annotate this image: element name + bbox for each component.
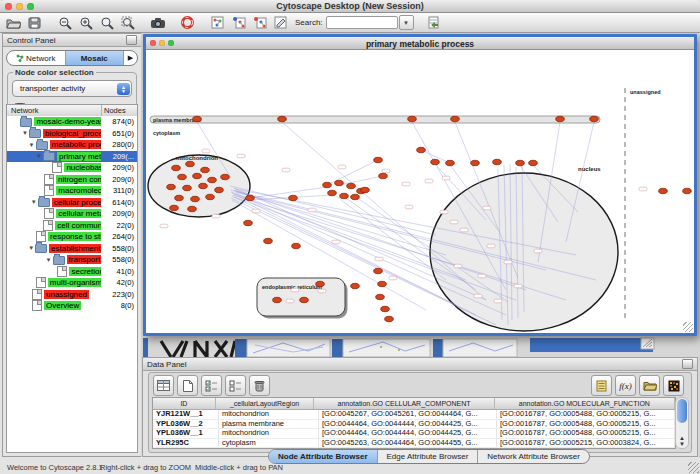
graph-node[interactable] [493, 159, 502, 164]
column-header[interactable]: _cellularLayoutRegion [216, 398, 315, 409]
network-window-titlebar[interactable]: primary metabolic process [146, 37, 694, 50]
tab-node-attribute-browser[interactable]: Node Attribute Browser [269, 450, 378, 463]
graph-node[interactable] [193, 116, 202, 121]
tab-mosaic[interactable]: Mosaic [66, 51, 124, 65]
graph-node[interactable] [590, 116, 599, 121]
zoom-out-icon[interactable] [54, 14, 75, 31]
import-attributes-icon[interactable] [639, 375, 660, 396]
graph-node[interactable] [351, 283, 360, 288]
graph-node[interactable] [446, 160, 455, 165]
graph-node[interactable] [374, 157, 383, 162]
tree-row[interactable]: ▼biological_process651(0) [7, 128, 137, 140]
snapshot-icon[interactable] [147, 14, 168, 31]
tree-expander-icon[interactable]: ▼ [45, 257, 53, 263]
graph-node[interactable] [300, 297, 309, 302]
graph-node[interactable] [347, 183, 356, 188]
graph-node[interactable] [328, 190, 337, 195]
graph-node[interactable] [183, 185, 192, 190]
graph-node[interactable] [683, 188, 692, 193]
graph-node[interactable] [246, 195, 255, 200]
graph-node[interactable] [292, 243, 301, 248]
tree-row[interactable]: Overview8(0) [7, 300, 137, 312]
graph-node[interactable] [264, 238, 273, 243]
graph-node[interactable] [289, 195, 298, 200]
graph-node[interactable] [351, 194, 360, 199]
graph-node[interactable] [335, 180, 344, 185]
new-attribute-icon[interactable] [177, 375, 198, 396]
tree-row[interactable]: cell communicat22(0) [7, 220, 137, 232]
table-row[interactable]: YLR295Ccytoplasm[GO:0045263, GO:0044464,… [153, 439, 675, 449]
app-resize-grip[interactable] [688, 462, 699, 473]
graph-node[interactable] [374, 268, 383, 273]
tab-edge-attribute-browser[interactable]: Edge Attribute Browser [378, 450, 479, 463]
column-header[interactable]: ID [153, 398, 216, 409]
graph-node[interactable] [199, 183, 208, 188]
tree-expander-icon[interactable]: ▼ [35, 153, 43, 159]
tab-network-attribute-browser[interactable]: Network Attribute Browser [478, 450, 588, 463]
graph-node[interactable] [278, 116, 287, 121]
graph-node[interactable] [172, 165, 181, 170]
annotation-icon[interactable] [270, 14, 291, 31]
float-panel-icon[interactable] [126, 35, 137, 45]
delete-attribute-icon[interactable] [249, 375, 270, 396]
graph-node[interactable] [408, 116, 417, 121]
tree-row[interactable]: ▼cellular process614(0) [7, 197, 137, 209]
graph-edge[interactable] [327, 160, 378, 185]
tree-row[interactable]: unassigned223(0) [7, 289, 137, 301]
graph-node[interactable] [175, 195, 184, 200]
tree-expander-icon[interactable]: ▼ [27, 245, 35, 251]
graph-node[interactable] [471, 160, 480, 165]
graph-node[interactable] [556, 116, 565, 121]
graph-node[interactable] [316, 281, 325, 286]
float-panel-icon[interactable] [682, 359, 693, 369]
graph-node[interactable] [529, 160, 538, 165]
formula-icon[interactable]: f(x) [615, 375, 636, 396]
table-row[interactable]: YPL036W__2plasma membrane[GO:0044464, GO… [153, 420, 675, 430]
zoom-in-icon[interactable] [75, 14, 96, 31]
attribute-list-icon[interactable] [591, 375, 612, 396]
graph-node[interactable] [273, 297, 282, 302]
window-resize-grip[interactable] [683, 322, 693, 332]
graph-node[interactable] [323, 182, 332, 187]
graph-node[interactable] [451, 116, 460, 121]
attribute-table-icon[interactable] [153, 375, 174, 396]
tree-row[interactable]: ▼establishment of lo558(0) [7, 243, 137, 255]
column-header[interactable]: annotation.GO CELLULAR_COMPONENT [314, 398, 494, 409]
tree-expander-icon[interactable]: ▼ [28, 142, 36, 148]
tab-network[interactable]: Network [7, 51, 66, 65]
tree-row[interactable]: cellular metabo209(0) [7, 208, 137, 220]
graph-node[interactable] [215, 187, 224, 192]
tree-row[interactable]: macromolecule311(0) [7, 185, 137, 197]
graph-node[interactable] [178, 174, 187, 179]
graph-node[interactable] [191, 196, 200, 201]
graph-node[interactable] [206, 194, 215, 199]
tree-row[interactable]: response to stimul264(0) [7, 231, 137, 243]
table-row[interactable]: YPL036W__1mitochondrion[GO:0044464, GO:0… [153, 429, 675, 439]
graph-node[interactable] [431, 159, 440, 164]
create-network-view-icon[interactable] [249, 14, 270, 31]
search-dropdown-icon[interactable]: ▼ [399, 15, 414, 30]
heatmap-icon[interactable] [663, 375, 684, 396]
column-header[interactable]: annotation.GO MOLECULAR_FUNCTION [495, 398, 675, 409]
graph-node[interactable] [201, 167, 210, 172]
table-row[interactable]: YJR121W__1mitochondrion[GO:0045267, GO:0… [153, 410, 675, 420]
search-input[interactable] [326, 16, 398, 29]
tree-expander-icon[interactable]: ▼ [21, 130, 29, 136]
open-icon[interactable] [3, 14, 24, 31]
tab-overflow-icon[interactable]: ▶ [123, 51, 137, 65]
tree-row[interactable]: multi-organism pro42(0) [7, 277, 137, 289]
graph-node[interactable] [379, 173, 388, 178]
graph-node[interactable] [244, 220, 253, 225]
select-attributes-icon[interactable] [201, 375, 222, 396]
graph-node[interactable] [340, 193, 349, 198]
unselect-attributes-icon[interactable] [225, 375, 246, 396]
graph-node[interactable] [378, 281, 387, 286]
network-canvas[interactable]: plasma membrane cytoplasm mitochondrion … [146, 50, 694, 333]
graph-node[interactable] [376, 294, 385, 299]
create-network-icon[interactable] [228, 14, 249, 31]
graph-node[interactable] [221, 174, 230, 179]
tree-row[interactable]: secretion41(0) [7, 266, 137, 278]
graph-node[interactable] [516, 160, 525, 165]
graph-node[interactable] [361, 187, 370, 192]
tree-row[interactable]: mosaic-demo-yeast874(0) [7, 116, 137, 128]
